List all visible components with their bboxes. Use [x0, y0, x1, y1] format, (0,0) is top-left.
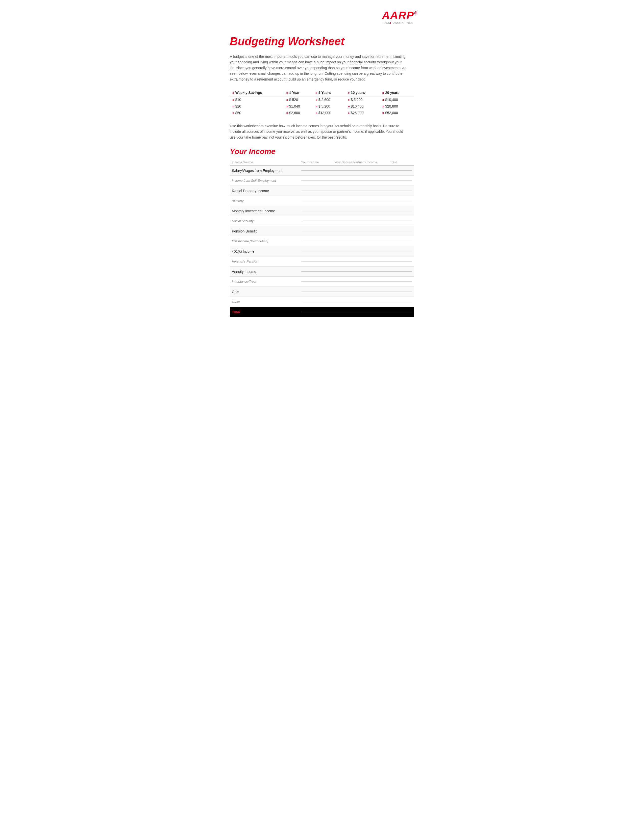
income-row-label: Social Security [232, 219, 301, 223]
savings-cell: $10,400 [380, 96, 414, 103]
income-row-spouse-income[interactable] [334, 271, 390, 272]
income-row-your-income[interactable] [301, 312, 335, 312]
income-row-label: Veteran's Pension [232, 259, 301, 263]
income-row-your-income[interactable] [301, 271, 335, 272]
income-row[interactable]: Inheritance/Trust [230, 277, 414, 287]
income-row-your-income[interactable] [301, 180, 335, 181]
income-row-label: IRA Income (Distribution) [232, 239, 301, 243]
savings-table-row: $50$2,600$13,000$26,000$52,000 [230, 109, 414, 116]
savings-cell: $50 [230, 109, 283, 116]
income-col-spouse-income: Your Spouse/Partner's Income [334, 161, 390, 164]
income-row[interactable]: Income from Self-Employment [230, 176, 414, 186]
income-row-total[interactable] [390, 302, 412, 302]
income-row-label: Income from Self-Employment [232, 179, 301, 182]
second-paragraph: Use this worksheet to examine how much i… [230, 123, 407, 140]
savings-cell: $20,800 [380, 103, 414, 109]
income-row[interactable]: Veteran's Pension [230, 256, 414, 267]
income-row-spouse-income[interactable] [334, 261, 390, 262]
intro-paragraph: A budget is one of the most important to… [230, 54, 407, 82]
income-row-label: 401(k) Income [232, 249, 301, 253]
income-row-your-income[interactable] [301, 201, 335, 201]
income-row-total[interactable] [390, 291, 412, 292]
income-row-your-income[interactable] [301, 291, 335, 292]
income-row-total[interactable] [390, 271, 412, 272]
savings-cell: $ 5,200 [345, 96, 380, 103]
savings-cell: $13,000 [313, 109, 345, 116]
income-row-label: Salary/Wages from Employment [232, 169, 301, 173]
tagline-highlight: l [390, 21, 391, 25]
income-row[interactable]: Alimony [230, 196, 414, 206]
income-row-spouse-income[interactable] [334, 241, 390, 241]
income-table: Salary/Wages from EmploymentIncome from … [230, 166, 414, 317]
income-row-your-income[interactable] [301, 302, 335, 302]
income-row-your-income[interactable] [301, 281, 335, 282]
savings-cell: $20 [230, 103, 283, 109]
income-row-label: Other [232, 300, 301, 304]
income-row-spouse-income[interactable] [334, 180, 390, 181]
aarp-logo-text: AARP [382, 10, 414, 21]
col-weekly-savings: Weekly Savings [230, 89, 283, 96]
aarp-logo: AARP Real Possibilities [382, 10, 414, 25]
income-row-total[interactable] [390, 221, 412, 221]
col-5-years: 5 Years [313, 89, 345, 96]
income-row-total[interactable] [390, 261, 412, 262]
income-row-spouse-income[interactable] [334, 302, 390, 302]
income-row-label: Monthly Investment Income [232, 209, 301, 213]
savings-table-row: $20$1,040$ 5,200$10,400$20,800 [230, 103, 414, 109]
page-title: Budgeting Worksheet [230, 35, 414, 48]
savings-cell: $26,000 [345, 109, 380, 116]
savings-cell: $1,040 [283, 103, 313, 109]
savings-cell: $10,400 [345, 103, 380, 109]
income-row-label: Annuity Income [232, 270, 301, 273]
income-row-total[interactable] [390, 312, 412, 312]
income-col-your-income: Your Income [301, 161, 335, 164]
income-row-label: Pension Benefit [232, 229, 301, 233]
income-row-total[interactable] [390, 201, 412, 201]
income-row-spouse-income[interactable] [334, 312, 390, 312]
income-row-spouse-income[interactable] [334, 201, 390, 201]
income-row-total[interactable] [390, 241, 412, 241]
income-row-label: Inheritance/Trust [232, 280, 301, 283]
page-header: AARP Real Possibilities [230, 10, 414, 25]
income-row[interactable]: Salary/Wages from Employment [230, 166, 414, 176]
income-table-header: Income Source Your Income Your Spouse/Pa… [230, 159, 414, 166]
savings-cell: $ 2,600 [313, 96, 345, 103]
income-row-spouse-income[interactable] [334, 291, 390, 292]
col-1-year: 1 Year [283, 89, 313, 96]
income-section-heading: Your Income [230, 147, 414, 156]
income-row-your-income[interactable] [301, 241, 335, 241]
income-row[interactable]: Pension Benefit [230, 226, 414, 236]
income-row[interactable]: Total [230, 307, 414, 317]
col-20-years: 20 years [380, 89, 414, 96]
income-row-label: Rental Property Income [232, 189, 301, 193]
income-row[interactable]: Other [230, 297, 414, 307]
col-10-years: 10 years [345, 89, 380, 96]
income-row-total[interactable] [390, 180, 412, 181]
income-row-total[interactable] [390, 281, 412, 282]
savings-cell: $ 5,200 [313, 103, 345, 109]
income-row[interactable]: Social Security [230, 216, 414, 226]
income-row-spouse-income[interactable] [334, 281, 390, 282]
income-row[interactable]: Rental Property Income [230, 186, 414, 196]
income-row-your-income[interactable] [301, 221, 335, 221]
aarp-tagline: Real Possibilities [382, 21, 414, 25]
income-row-spouse-income[interactable] [334, 221, 390, 221]
income-row[interactable]: Monthly Investment Income [230, 206, 414, 216]
income-col-source: Income Source [232, 161, 301, 164]
income-row-label: Gifts [232, 290, 301, 294]
savings-cell: $ 520 [283, 96, 313, 103]
income-row[interactable]: Annuity Income [230, 267, 414, 277]
income-row[interactable]: Gifts [230, 287, 414, 297]
savings-cell: $2,600 [283, 109, 313, 116]
income-row[interactable]: IRA Income (Distribution) [230, 236, 414, 246]
income-row-your-income[interactable] [301, 261, 335, 262]
savings-table-header-row: Weekly Savings 1 Year 5 Years 10 years 2… [230, 89, 414, 96]
income-row[interactable]: 401(k) Income [230, 246, 414, 256]
savings-cell: $52,000 [380, 109, 414, 116]
income-row-label: Alimony [232, 199, 301, 203]
income-col-total: Total [390, 161, 412, 164]
savings-table-row: $10$ 520$ 2,600$ 5,200$10,400 [230, 96, 414, 103]
savings-cell: $10 [230, 96, 283, 103]
savings-table: Weekly Savings 1 Year 5 Years 10 years 2… [230, 89, 414, 116]
income-row-label: Total [232, 310, 301, 314]
